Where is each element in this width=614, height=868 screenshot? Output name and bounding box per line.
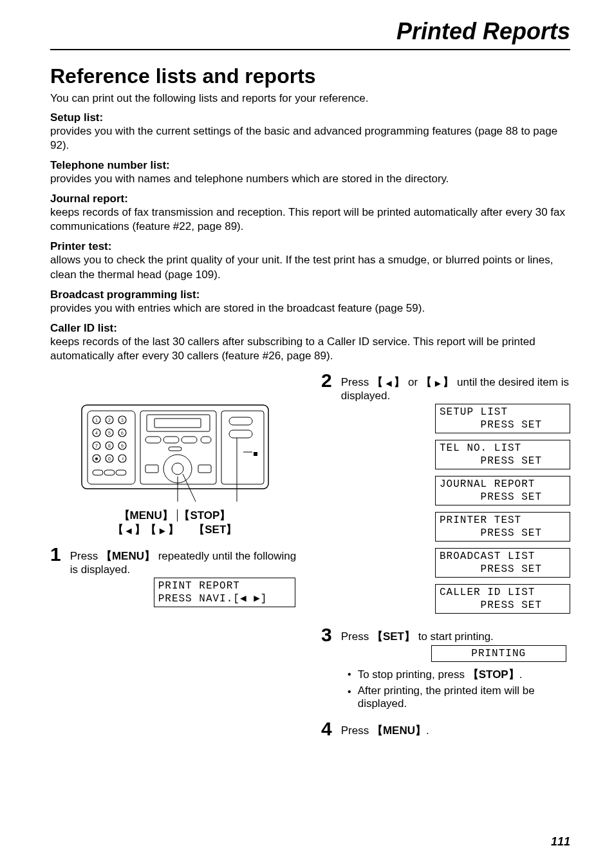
svg-rect-35 (201, 437, 211, 443)
svg-rect-44 (254, 452, 257, 456)
svg-text:7: 7 (95, 443, 98, 448)
svg-text:3: 3 (121, 417, 124, 422)
lcd-display: TEL NO. LIST PRESS SET (435, 440, 570, 469)
key-right-arrow: 【 】 (421, 376, 454, 388)
illus-label-arrows: 【 】【 】 (113, 524, 179, 536)
svg-rect-28 (116, 470, 126, 475)
svg-line-45 (183, 474, 196, 502)
lcd-display: PRINTER TEST PRESS SET (435, 512, 570, 542)
desc-text: provides you with the current settings o… (50, 124, 570, 153)
svg-rect-43 (229, 430, 252, 438)
step-text: Press (341, 376, 372, 388)
step-1: 1 Press MENU repeatedly until the follow… (50, 545, 299, 612)
step-text: . (426, 724, 429, 737)
svg-rect-27 (104, 470, 115, 475)
svg-rect-29 (140, 411, 216, 484)
svg-rect-36 (169, 447, 181, 451)
step-number: 2 (321, 371, 332, 390)
desc-heading: Broadcast programming list: (50, 288, 570, 301)
step-number: 3 (321, 625, 332, 645)
chapter-title: Printed Reports (50, 18, 570, 50)
desc-text: provides you with names and telephone nu… (50, 172, 570, 186)
desc-setup-list: Setup list: provides you with the curren… (50, 111, 570, 153)
step-3: 3 Press SET to start printing. PRINTING … (321, 625, 570, 713)
step-4: 4 Press MENU. (321, 719, 570, 739)
svg-rect-34 (181, 437, 197, 443)
illus-label-set: SET (194, 524, 237, 536)
section-heading: Reference lists and reports (50, 64, 570, 88)
bullet-text: To stop printing, press (358, 668, 468, 681)
desc-journal-report: Journal report: keeps records of fax tra… (50, 193, 570, 234)
svg-text:6: 6 (121, 430, 124, 435)
step-text: Press (341, 630, 372, 643)
step-number: 4 (321, 719, 332, 739)
desc-broadcast-list: Broadcast programming list: provides you… (50, 288, 570, 316)
desc-telephone-list: Telephone number list: provides you with… (50, 159, 570, 186)
svg-text:♯: ♯ (121, 456, 123, 460)
svg-rect-33 (163, 437, 179, 443)
desc-printer-test: Printer test: allows you to check the pr… (50, 240, 570, 281)
desc-text: allows you to check the print quality of… (50, 253, 570, 281)
illus-label-menu: MENU (119, 509, 173, 522)
desc-heading: Setup list: (50, 111, 570, 124)
desc-text: keeps records of fax transmission and re… (50, 205, 570, 234)
desc-heading: Caller ID list: (50, 322, 570, 335)
step-number: 1 (50, 545, 61, 564)
svg-rect-30 (147, 415, 210, 431)
desc-text: keeps records of the last 30 callers aft… (50, 335, 570, 363)
svg-text:2: 2 (108, 417, 111, 422)
lcd-display: SETUP LIST PRESS SET (435, 404, 570, 433)
svg-text:5: 5 (108, 430, 111, 435)
key-set: SET (372, 630, 415, 643)
bullet-item: To stop printing, press STOP. (348, 667, 570, 682)
key-stop: STOP (468, 668, 519, 681)
step-text: to start printing. (415, 630, 494, 643)
device-illustration: 1 2 3 4 5 6 7 8 9 ✱ 0 ♯ (79, 402, 272, 537)
svg-text:4: 4 (95, 430, 98, 435)
svg-text:1: 1 (95, 417, 98, 422)
svg-rect-31 (154, 419, 201, 428)
lcd-display: JOURNAL REPORT PRESS SET (435, 476, 570, 505)
divider-icon (177, 509, 178, 522)
lcd-display: CALLER ID LIST PRESS SET (435, 584, 570, 614)
svg-text:8: 8 (108, 443, 111, 448)
key-menu: MENU (101, 550, 155, 562)
desc-text: provides you with entries which are stor… (50, 301, 570, 316)
step-text: or (405, 376, 421, 388)
key-left-arrow: 【 】 (372, 376, 405, 388)
desc-caller-id-list: Caller ID list: keeps records of the las… (50, 322, 570, 363)
svg-text:✱: ✱ (95, 456, 98, 460)
svg-text:0: 0 (108, 456, 111, 460)
lcd-display: BROADCAST LIST PRESS SET (435, 548, 570, 578)
svg-rect-42 (229, 417, 252, 425)
svg-rect-40 (198, 465, 211, 473)
step-text: Press (341, 724, 372, 737)
desc-heading: Telephone number list: (50, 159, 570, 172)
svg-rect-39 (145, 465, 158, 473)
illus-label-stop: STOP (179, 509, 230, 522)
svg-rect-41 (221, 411, 264, 484)
svg-rect-26 (93, 470, 103, 475)
bullet-text: . (519, 668, 523, 681)
step-2: 2 Press 【 】 or 【 】 until the desired ite… (321, 371, 570, 619)
page-number: 111 (551, 835, 570, 849)
svg-point-38 (172, 463, 183, 475)
bullet-item: After printing, the printed item will be… (348, 684, 570, 710)
lcd-display: PRINT REPORT PRESS NAVI.[◀ ▶] (154, 578, 295, 607)
lcd-display: PRINTING (431, 645, 566, 662)
svg-rect-32 (145, 437, 161, 443)
key-menu: MENU (372, 724, 426, 737)
desc-heading: Printer test: (50, 240, 570, 253)
intro-text: You can print out the following lists an… (50, 92, 570, 105)
desc-heading: Journal report: (50, 193, 570, 205)
svg-text:9: 9 (121, 443, 124, 448)
step-text: Press (70, 550, 101, 562)
